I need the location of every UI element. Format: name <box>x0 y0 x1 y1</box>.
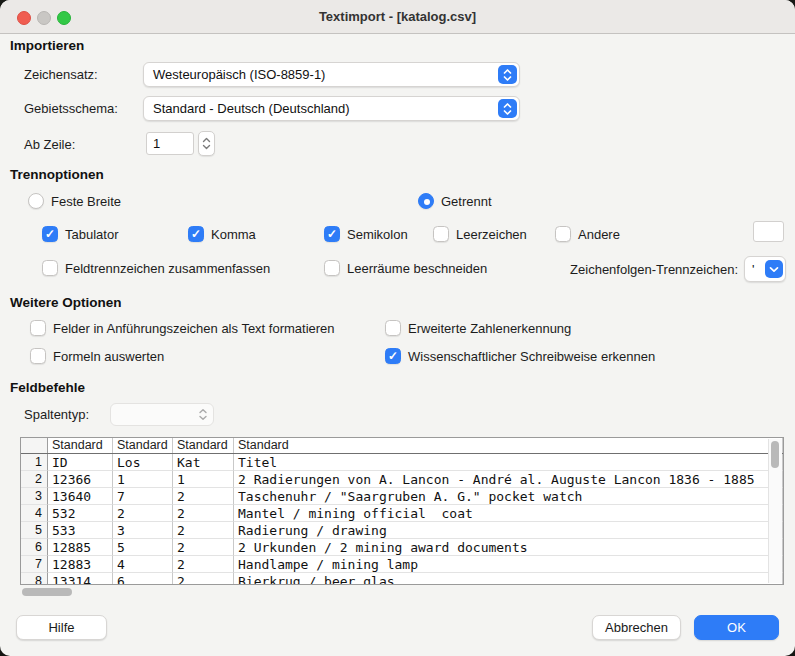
title-bar[interactable]: Textimport - [katalog.csv] <box>0 0 795 34</box>
table-cell: Taschenuhr / "Saargruben A. G." pocket w… <box>234 488 783 505</box>
table-cell: 13640 <box>48 488 113 505</box>
row-number: 5 <box>21 522 48 539</box>
from-row-input[interactable]: 1 <box>146 132 194 155</box>
radio-fixed-width-label: Feste Breite <box>51 194 121 209</box>
checkbox-trim-spaces-label: Leerräume beschneiden <box>347 261 487 276</box>
table-cell: 2 <box>173 556 234 573</box>
checkbox-space-label: Leerzeichen <box>456 227 527 242</box>
cancel-button[interactable]: Abbrechen <box>592 615 681 640</box>
checkbox-other[interactable]: ✓ <box>555 226 571 242</box>
from-row-label: Ab Zeile: <box>24 137 75 152</box>
table-cell: 2 <box>173 539 234 556</box>
other-delimiter-input[interactable] <box>753 221 784 242</box>
table-cell: 12883 <box>48 556 113 573</box>
table-row: 1IDLosKatTitel <box>21 454 783 471</box>
table-cell: Radierung / drawing <box>234 522 783 539</box>
checkbox-comma[interactable]: ✓ <box>188 226 204 242</box>
column-type-header[interactable]: Standard <box>234 438 783 453</box>
table-corner-cell <box>21 438 48 453</box>
row-number: 1 <box>21 454 48 471</box>
column-type-select <box>110 403 214 426</box>
row-number: 3 <box>21 488 48 505</box>
table-cell: ID <box>48 454 113 471</box>
vertical-scrollbar[interactable] <box>768 439 782 583</box>
table-cell: 4 <box>113 556 173 573</box>
checkbox-detect-numbers[interactable]: ✓ <box>385 320 401 336</box>
textimport-dialog: Textimport - [katalog.csv] Importieren Z… <box>0 0 795 656</box>
chevron-up-icon <box>202 137 211 143</box>
checkbox-scientific-notation-label: Wissenschaftlicher Schreibweise erkennen <box>408 349 655 364</box>
charset-value: Westeuropäisch (ISO-8859-1) <box>153 63 325 86</box>
checkbox-semicolon[interactable]: ✓ <box>324 226 340 242</box>
charset-label: Zeichensatz: <box>24 67 98 82</box>
chevron-up-down-icon <box>498 99 517 118</box>
table-cell: 12885 <box>48 539 113 556</box>
row-number: 6 <box>21 539 48 556</box>
checkbox-scientific-notation[interactable]: ✓ <box>385 348 401 364</box>
preview-table-head: StandardStandardStandardStandard <box>21 438 783 454</box>
table-cell: 532 <box>48 505 113 522</box>
checkbox-space[interactable]: ✓ <box>433 226 449 242</box>
table-cell: Handlampe / mining lamp <box>234 556 783 573</box>
locale-value: Standard - Deutsch (Deutschland) <box>153 97 350 120</box>
from-row-stepper[interactable] <box>198 131 215 156</box>
table-cell: 2 Urkunden / 2 mining award documents <box>234 539 783 556</box>
table-row: 553332Radierung / drawing <box>21 522 783 539</box>
checkbox-detect-numbers-label: Erweiterte Zahlenerkennung <box>408 321 571 336</box>
table-cell: 2 <box>173 505 234 522</box>
section-import-heading: Importieren <box>10 38 84 53</box>
desktop-backdrop: Textimport - [katalog.csv] Importieren Z… <box>0 0 795 656</box>
charset-select[interactable]: Westeuropäisch (ISO-8859-1) <box>143 62 520 87</box>
chevron-up-down-icon <box>498 65 517 84</box>
table-header-row: StandardStandardStandardStandard <box>21 438 783 454</box>
checkbox-evaluate-formulas[interactable]: ✓ <box>30 348 46 364</box>
checkbox-quoted-as-text[interactable]: ✓ <box>30 320 46 336</box>
checkbox-tab-label: Tabulator <box>65 227 118 242</box>
chevron-down-icon <box>202 144 211 150</box>
column-type-label: Spaltentyp: <box>24 407 89 422</box>
table-row: 31364072Taschenuhr / "Saargruben A. G." … <box>21 488 783 505</box>
table-cell: Bierkrug / beer glas <box>234 573 783 585</box>
table-cell: 2 <box>173 488 234 505</box>
checkmark-icon: ✓ <box>191 228 201 240</box>
checkmark-icon: ✓ <box>45 228 55 240</box>
radio-fixed-width[interactable] <box>28 193 44 209</box>
ok-button[interactable]: OK <box>694 615 779 640</box>
string-delimiter-label: Zeichenfolgen-Trennzeichen: <box>548 262 738 277</box>
checkbox-merge-delimiters[interactable]: ✓ <box>42 260 58 276</box>
table-cell: 533 <box>48 522 113 539</box>
row-number: 2 <box>21 471 48 488</box>
checkbox-trim-spaces[interactable]: ✓ <box>324 260 340 276</box>
preview-table: StandardStandardStandardStandard 1IDLosK… <box>20 437 784 585</box>
chevron-up-down-icon <box>198 404 208 425</box>
checkbox-merge-delimiters-label: Feldtrennzeichen zusammenfassen <box>65 261 270 276</box>
radio-separated[interactable] <box>418 193 434 209</box>
table-cell: Kat <box>173 454 234 471</box>
column-type-header[interactable]: Standard <box>173 438 234 453</box>
from-row-value: 1 <box>153 133 160 154</box>
checkbox-tab[interactable]: ✓ <box>42 226 58 242</box>
horizontal-scrollbar-thumb[interactable] <box>22 588 72 596</box>
table-cell: 6 <box>113 573 173 585</box>
locale-select[interactable]: Standard - Deutsch (Deutschland) <box>143 96 520 121</box>
radio-dot-icon <box>424 199 430 205</box>
column-type-header[interactable]: Standard <box>113 438 173 453</box>
string-delimiter-select[interactable]: ' <box>744 256 786 282</box>
table-cell: 2 Radierungen von A. Lancon - André al. … <box>234 471 783 488</box>
checkmark-icon: ✓ <box>327 228 337 240</box>
vertical-scrollbar-thumb[interactable] <box>771 441 779 468</box>
row-number: 7 <box>21 556 48 573</box>
column-type-header[interactable]: Standard <box>48 438 113 453</box>
table-cell: 13314 <box>48 573 113 585</box>
checkmark-icon: ✓ <box>388 350 398 362</box>
section-separator-heading: Trennoptionen <box>10 167 104 182</box>
table-cell: Mantel / mining official coat <box>234 505 783 522</box>
row-number: 4 <box>21 505 48 522</box>
help-button[interactable]: Hilfe <box>16 615 107 640</box>
table-cell: 2 <box>173 522 234 539</box>
section-other-options-heading: Weitere Optionen <box>10 295 122 310</box>
table-cell: 1 <box>113 471 173 488</box>
locale-label: Gebietsschema: <box>24 101 118 116</box>
table-cell: 5 <box>113 539 173 556</box>
table-cell: 1 <box>173 471 234 488</box>
